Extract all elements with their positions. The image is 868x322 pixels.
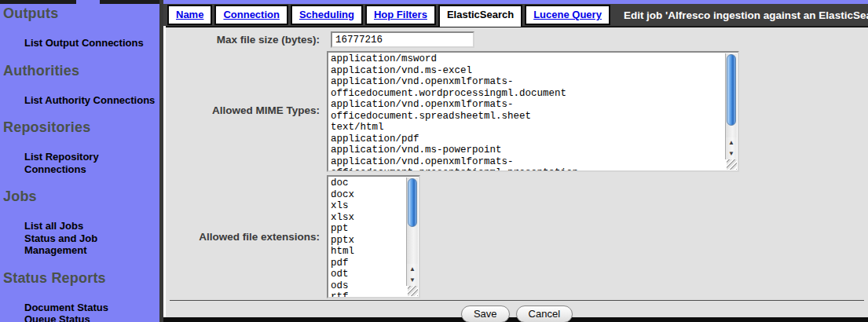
max-file-size-row: Max file size (bytes): — [166, 31, 868, 48]
sidebar-item-list-repository-connections[interactable]: List Repository Connections — [24, 151, 159, 175]
tab-bar: Name Connection Scheduling Hop Filters E… — [163, 4, 868, 26]
mime-types-row: Allowed MIME Types: application/msword a… — [166, 48, 868, 172]
mime-types-textarea[interactable]: application/msword application/vnd.ms-ex… — [327, 51, 739, 172]
nav-title-authorities: Authorities — [0, 61, 159, 79]
mime-resize-grip-icon[interactable] — [727, 159, 737, 170]
mime-types-text: application/msword application/vnd.ms-ex… — [328, 53, 738, 170]
page-title: Edit job 'Alfresco ingestion against an … — [624, 9, 868, 21]
scroll-up-icon[interactable]: ▲ — [407, 264, 418, 275]
mime-scrollbar-thumb[interactable] — [727, 54, 736, 126]
sidebar-item-status-and-job-management[interactable]: Status and Job Management — [24, 232, 159, 257]
extensions-resize-grip-icon[interactable] — [408, 286, 418, 296]
save-button[interactable]: Save — [461, 306, 510, 322]
sidebar-item-list-output-connections[interactable]: List Output Connections — [24, 37, 159, 49]
sidebar-item-document-status[interactable]: Document Status — [24, 302, 159, 314]
nav-title-status-reports: Status Reports — [0, 269, 159, 287]
elasticsearch-tab-panel: Max file size (bytes): Allowed MIME Type… — [166, 26, 868, 317]
scroll-down-icon[interactable]: ▼ — [726, 148, 737, 159]
file-extensions-textarea[interactable]: doc docx xls xlsx ppt pptx html pdf odt … — [327, 175, 420, 298]
action-buttons: Save Cancel — [166, 301, 868, 322]
mime-types-label: Allowed MIME Types: — [166, 104, 327, 116]
extensions-scrollbar-thumb[interactable] — [408, 178, 417, 227]
nav-section-status-reports: Status Reports Document Status Queue Sta… — [0, 269, 159, 322]
tab-lucene-query[interactable]: Lucene Query — [525, 5, 610, 25]
nav-title-outputs: Outputs — [0, 4, 159, 22]
nav-section-repositories: Repositories List Repository Connections — [0, 118, 159, 175]
sidebar-nav: Outputs List Output Connections Authorit… — [0, 0, 159, 322]
nav-title-jobs: Jobs — [0, 187, 159, 205]
tab-elasticsearch[interactable]: ElasticSearch — [438, 5, 522, 27]
sidebar-item-list-all-jobs[interactable]: List all Jobs — [24, 220, 159, 232]
sidebar-item-list-authority-connections[interactable]: List Authority Connections — [24, 94, 159, 107]
nav-section-outputs: Outputs List Output Connections — [0, 4, 159, 49]
file-extensions-row: Allowed file extensions: doc docx xls xl… — [166, 175, 868, 298]
nav-title-repositories: Repositories — [0, 118, 159, 136]
content-area: Name Connection Scheduling Hop Filters E… — [163, 0, 868, 322]
tab-name[interactable]: Name — [167, 5, 212, 25]
mime-scrollbar[interactable]: ▲ ▼ — [725, 53, 737, 159]
extensions-scrollbar[interactable]: ▲ ▼ — [406, 177, 418, 286]
scroll-up-icon[interactable]: ▲ — [726, 137, 737, 148]
nav-section-authorities: Authorities List Authority Connections — [0, 61, 159, 107]
tab-hop-filters[interactable]: Hop Filters — [365, 5, 436, 25]
cancel-button[interactable]: Cancel — [516, 306, 573, 322]
file-extensions-text: doc docx xls xlsx ppt pptx html pdf odt … — [328, 177, 419, 297]
top-edge-notch — [76, 0, 100, 4]
nav-section-jobs: Jobs List all Jobs Status and Job Manage… — [0, 187, 159, 257]
scroll-down-icon[interactable]: ▼ — [407, 275, 418, 286]
tab-scheduling[interactable]: Scheduling — [291, 5, 363, 25]
max-file-size-label: Max file size (bytes): — [166, 34, 327, 46]
top-edge-artifact — [0, 0, 159, 4]
file-extensions-label: Allowed file extensions: — [166, 231, 327, 243]
max-file-size-input[interactable] — [331, 31, 474, 48]
tab-connection[interactable]: Connection — [214, 5, 288, 25]
sidebar-item-queue-status[interactable]: Queue Status — [24, 313, 159, 322]
